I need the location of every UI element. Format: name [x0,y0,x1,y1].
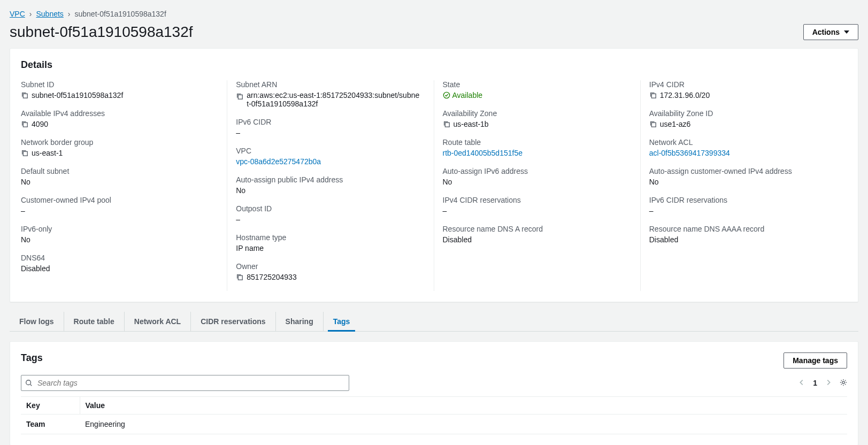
auto-ipv6-value: No [443,178,452,186]
route-table-label: Route table [443,138,627,147]
nacl-link[interactable]: acl-0f5b5369417399334 [649,149,730,157]
outpost-label: Outpost ID [236,204,420,213]
svg-rect-0 [23,94,27,98]
default-subnet-value: No [21,178,30,186]
ipv4-cidr-value: 172.31.96.0/20 [660,91,710,99]
dns-a-value: Disabled [443,235,472,244]
avail-ipv4-label: Available IPv4 addresses [21,109,214,118]
pager-prev[interactable] [798,379,805,388]
nbg-label: Network border group [21,138,214,147]
cust-ipv4-pool-value: – [21,206,25,215]
nacl-label: Network ACL [649,138,847,147]
search-icon [25,379,33,387]
ipv6-res-label: IPv6 CIDR reservations [649,196,847,204]
breadcrumb-vpc[interactable]: VPC [10,10,25,18]
cust-ipv4-pool-label: Customer-owned IPv4 pool [21,196,214,204]
tags-heading: Tags [21,352,43,364]
vpc-link[interactable]: vpc-08a6d2e5275472b0a [236,157,321,166]
tab-tags[interactable]: Tags [324,312,360,331]
svg-rect-3 [239,95,243,99]
ipv6-only-value: No [21,235,30,244]
tab-flow-logs[interactable]: Flow logs [10,312,64,331]
pager-page-num: 1 [813,379,817,387]
breadcrumb-subnets[interactable]: Subnets [36,10,63,18]
details-heading: Details [21,59,847,71]
col-key: Key [21,397,80,415]
tag-key: Team [21,415,80,434]
actions-button[interactable]: Actions [803,24,858,40]
hostname-type-value: IP name [236,244,264,252]
copy-icon[interactable] [236,93,243,100]
chevron-right-icon: › [29,10,32,18]
copy-icon[interactable] [649,120,657,128]
owner-label: Owner [236,262,420,271]
chevron-right-icon: › [68,10,71,18]
caret-down-icon [844,30,849,34]
dns64-value: Disabled [21,264,50,273]
auto-pub-ipv4-label: Auto-assign public IPv4 address [236,175,420,184]
tags-panel: Tags Manage tags 1 Key Value [10,341,858,445]
svg-point-9 [26,380,31,385]
col-value: Value [80,397,847,415]
subnet-id-label: Subnet ID [21,80,214,89]
details-panel: Details Subnet ID subnet-0f51a1910598a13… [10,48,858,302]
ipv6-cidr-label: IPv6 CIDR [236,118,420,126]
state-label: State [443,80,627,89]
copy-icon[interactable] [21,149,28,157]
ipv4-cidr-label: IPv4 CIDR [649,80,847,89]
svg-rect-1 [23,122,27,127]
az-id-label: Availability Zone ID [649,109,847,118]
dns-a-label: Resource name DNS A record [443,225,627,233]
tags-table: Key Value Team Engineering [21,396,847,434]
ipv4-res-value: – [443,206,447,215]
tab-sharing[interactable]: Sharing [276,312,324,331]
auto-cust-ipv4-label: Auto-assign customer-owned IPv4 address [649,167,847,175]
tag-value: Engineering [80,415,847,434]
vpc-label: VPC [236,147,420,155]
svg-rect-6 [445,122,449,127]
copy-icon[interactable] [443,120,450,128]
settings-icon[interactable] [840,379,847,388]
az-value: us-east-1b [454,120,489,128]
search-tags-input[interactable] [21,375,349,391]
svg-rect-7 [651,94,656,98]
az-id-value: use1-az6 [660,120,691,128]
check-circle-icon [443,91,450,99]
pager: 1 [798,379,847,388]
tab-route-table[interactable]: Route table [64,312,125,331]
outpost-value: – [236,215,240,224]
auto-cust-ipv4-value: No [649,178,659,186]
copy-icon[interactable] [21,91,28,99]
hostname-type-label: Hostname type [236,233,420,242]
dns-aaaa-label: Resource name DNS AAAA record [649,225,847,233]
subnet-id-value: subnet-0f51a1910598a132f [32,91,123,99]
auto-ipv6-label: Auto-assign IPv6 address [443,167,627,175]
page-title: subnet-0f51a1910598a132f [10,24,193,41]
ipv6-res-value: – [649,206,654,215]
route-table-link[interactable]: rtb-0ed14005b5d151f5e [443,149,523,157]
dns64-label: DNS64 [21,254,214,262]
copy-icon[interactable] [21,120,28,128]
ipv6-only-label: IPv6-only [21,225,214,233]
pager-next[interactable] [825,379,832,388]
tab-network-acl[interactable]: Network ACL [125,312,191,331]
avail-ipv4-value: 4090 [32,120,48,128]
tab-cidr-reservations[interactable]: CIDR reservations [191,312,275,331]
copy-icon[interactable] [236,273,243,281]
az-label: Availability Zone [443,109,627,118]
dns-aaaa-value: Disabled [649,235,678,244]
auto-pub-ipv4-value: No [236,186,245,195]
state-value: Available [452,91,483,99]
subnet-arn-value: arn:aws:ec2:us-east-1:851725204933:subne… [247,91,420,108]
subnet-arn-label: Subnet ARN [236,80,420,89]
actions-label: Actions [812,28,840,36]
svg-rect-2 [23,151,27,156]
ipv4-res-label: IPv4 CIDR reservations [443,196,627,204]
table-row[interactable]: Team Engineering [21,415,847,434]
breadcrumb-current: subnet-0f51a1910598a132f [75,10,166,18]
copy-icon[interactable] [649,91,657,99]
svg-rect-8 [651,122,656,127]
manage-tags-button[interactable]: Manage tags [783,352,847,369]
svg-rect-4 [239,275,243,280]
ipv6-cidr-value: – [236,128,240,137]
